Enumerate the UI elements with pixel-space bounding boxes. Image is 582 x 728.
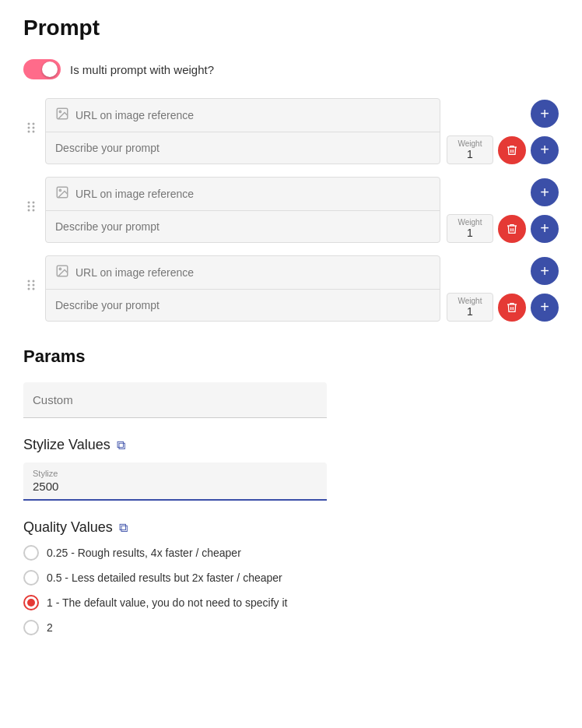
- weight-btn-row-1: Weight 1 +: [447, 135, 559, 164]
- multi-prompt-toggle[interactable]: [23, 59, 61, 79]
- weight-box-2: Weight 1: [447, 214, 493, 243]
- radio-btn-2[interactable]: [23, 570, 39, 586]
- radio-label-2: 0.5 - Less detailed results but 2x faste…: [47, 571, 282, 584]
- weight-label-2: Weight: [455, 218, 485, 227]
- prompt-text-row-1: [46, 132, 440, 164]
- quality-option-4[interactable]: 2: [23, 620, 559, 635]
- add-url-button-1[interactable]: +: [531, 100, 559, 128]
- add-url-button-3[interactable]: +: [531, 257, 559, 285]
- prompt-input-1[interactable]: [46, 132, 440, 164]
- url-row-3: [46, 256, 440, 290]
- svg-point-17: [33, 280, 35, 283]
- svg-point-15: [59, 189, 61, 191]
- weight-value-2: 1: [455, 227, 485, 239]
- svg-point-12: [28, 209, 30, 212]
- svg-point-20: [28, 288, 30, 290]
- delete-button-1[interactable]: [498, 136, 526, 164]
- prompt-input-2[interactable]: [46, 211, 440, 242]
- stylize-input-wrapper: Stylize: [23, 462, 559, 501]
- prompt-text-row-2: [46, 211, 440, 242]
- add-prompt-button-1[interactable]: +: [531, 136, 559, 164]
- weight-btn-row-2: Weight 1 +: [447, 214, 559, 243]
- svg-point-16: [28, 280, 30, 283]
- prompt-fields-3: [45, 255, 440, 322]
- quality-radio-group: 0.25 - Rough results, 4x faster / cheape…: [23, 545, 559, 635]
- quality-field-group: Quality Values ⧉ 0.25 - Rough results, 4…: [23, 519, 559, 635]
- quality-option-2[interactable]: 0.5 - Less detailed results but 2x faste…: [23, 570, 559, 586]
- stylize-label: Stylize Values: [23, 437, 110, 453]
- url-row-1: [46, 99, 440, 132]
- stylize-field-group: Stylize Values ⧉ Stylize: [23, 437, 559, 501]
- prompt-text-row-3: [46, 290, 440, 321]
- controls-col-1: + Weight 1 +: [447, 98, 559, 164]
- image-icon-2: [55, 185, 69, 202]
- svg-point-10: [28, 206, 30, 208]
- stylize-external-link-icon[interactable]: ⧉: [117, 438, 125, 452]
- delete-button-2[interactable]: [498, 215, 526, 243]
- prompt-block-1: + Weight 1 +: [23, 98, 559, 164]
- svg-point-13: [33, 209, 35, 212]
- radio-btn-3[interactable]: [23, 595, 39, 610]
- prompt-input-3[interactable]: [46, 290, 440, 321]
- weight-label-3: Weight: [455, 297, 485, 305]
- quality-option-3[interactable]: 1 - The default value, you do not need t…: [23, 595, 559, 610]
- controls-col-3: + Weight 1 +: [447, 255, 559, 322]
- svg-point-0: [28, 123, 30, 125]
- add-url-button-2[interactable]: +: [531, 178, 559, 206]
- url-add-btn-row-2: +: [447, 178, 559, 206]
- quality-label: Quality Values: [23, 519, 113, 536]
- toggle-label: Is multi prompt with weight?: [70, 63, 214, 76]
- svg-point-3: [33, 127, 35, 129]
- svg-point-21: [33, 288, 35, 290]
- params-section: Params Stylize Values ⧉ Stylize Quality …: [23, 346, 559, 635]
- page-title: Prompt: [23, 16, 559, 40]
- radio-label-4: 2: [47, 621, 53, 634]
- params-title: Params: [23, 346, 559, 367]
- controls-col-2: + Weight 1 +: [447, 177, 559, 243]
- svg-point-11: [33, 206, 35, 208]
- weight-value-3: 1: [455, 305, 485, 318]
- multi-prompt-toggle-row: Is multi prompt with weight?: [23, 59, 559, 79]
- drag-handle-1[interactable]: [23, 98, 39, 139]
- radio-label-3: 1 - The default value, you do not need t…: [47, 596, 288, 609]
- svg-point-19: [33, 284, 35, 287]
- fields-col-2: [45, 177, 440, 243]
- prompt-fields-1: [45, 98, 440, 164]
- url-row-2: [46, 178, 440, 211]
- svg-point-9: [33, 202, 35, 204]
- quality-external-link-icon[interactable]: ⧉: [119, 521, 128, 535]
- stylize-field-label: Stylize: [33, 469, 58, 478]
- prompt-fields-2: [45, 177, 440, 243]
- drag-handle-2[interactable]: [23, 177, 39, 217]
- prompt-block-2: + Weight 1 +: [23, 177, 559, 243]
- add-prompt-button-3[interactable]: +: [531, 294, 559, 322]
- add-prompt-button-2[interactable]: +: [531, 215, 559, 243]
- url-input-1[interactable]: [75, 109, 430, 121]
- svg-point-2: [28, 127, 30, 129]
- url-add-btn-row-1: +: [447, 100, 559, 128]
- weight-btn-row-3: Weight 1 +: [447, 293, 559, 322]
- svg-point-5: [33, 131, 35, 133]
- url-input-2[interactable]: [75, 188, 430, 200]
- drag-handle-3[interactable]: [23, 255, 39, 296]
- image-icon-3: [55, 264, 69, 281]
- url-add-btn-row-3: +: [447, 257, 559, 285]
- svg-point-18: [28, 284, 30, 287]
- quality-label-row: Quality Values ⧉: [23, 519, 559, 536]
- prompts-container: + Weight 1 +: [23, 98, 559, 322]
- radio-label-1: 0.25 - Rough results, 4x faster / cheape…: [47, 547, 241, 559]
- weight-label-1: Weight: [455, 139, 485, 148]
- svg-point-8: [28, 202, 30, 204]
- weight-value-1: 1: [455, 148, 485, 160]
- delete-button-3[interactable]: [498, 294, 526, 322]
- stylize-input[interactable]: [23, 462, 327, 501]
- custom-field-group: [23, 382, 559, 418]
- svg-point-7: [59, 111, 61, 112]
- weight-box-3: Weight 1: [447, 293, 493, 322]
- radio-btn-1[interactable]: [23, 545, 39, 561]
- quality-option-1[interactable]: 0.25 - Rough results, 4x faster / cheape…: [23, 545, 559, 561]
- radio-btn-4[interactable]: [23, 620, 39, 635]
- image-icon-1: [55, 107, 69, 124]
- url-input-3[interactable]: [75, 266, 430, 279]
- custom-input[interactable]: [23, 382, 327, 418]
